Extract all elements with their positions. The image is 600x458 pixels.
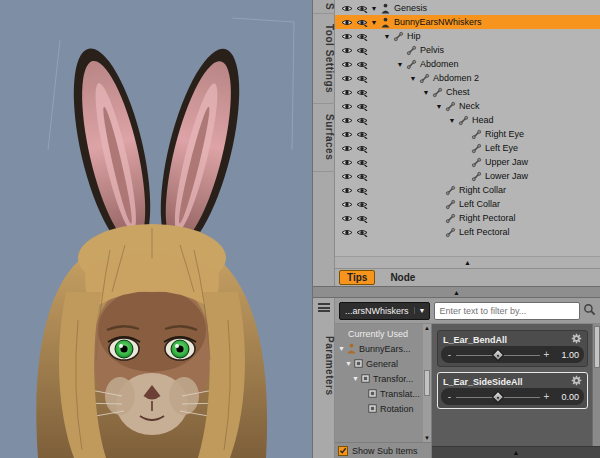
selectable-eye-icon[interactable] (354, 4, 369, 13)
scene-tree-row[interactable]: Lower Jaw (335, 169, 600, 183)
filter-input[interactable] (434, 302, 580, 320)
visibility-eye-icon[interactable] (339, 4, 354, 13)
visibility-eye-icon[interactable] (339, 60, 354, 69)
selectable-eye-icon[interactable] (354, 116, 369, 125)
gear-icon[interactable] (571, 375, 582, 388)
expander-arrow-icon[interactable]: ▼ (369, 19, 379, 26)
parameter-group-row[interactable]: Currently Used (335, 326, 431, 341)
slider-handle[interactable] (492, 348, 505, 361)
slider-handle[interactable] (492, 390, 505, 403)
selectable-eye-icon[interactable] (354, 88, 369, 97)
selectable-eye-icon[interactable] (354, 158, 369, 167)
expander-arrow-icon[interactable]: ▼ (337, 345, 346, 352)
visibility-eye-icon[interactable] (339, 116, 354, 125)
selectable-eye-icon[interactable] (354, 228, 369, 237)
selectable-eye-icon[interactable] (354, 200, 369, 209)
pane-tab-scene[interactable]: S (313, 0, 335, 14)
sliders-scroll-up-strip[interactable]: ▲ (432, 446, 600, 458)
panel-splitter[interactable]: ▲ (313, 286, 600, 298)
pane-tab-surfaces[interactable]: Surfaces (313, 104, 335, 171)
visibility-eye-icon[interactable] (339, 130, 354, 139)
slider-track[interactable] (456, 388, 540, 405)
search-icon[interactable] (583, 303, 596, 318)
slider-bar[interactable]: -+1.00 (441, 346, 584, 363)
parameter-slider-block[interactable]: L_Ear_SideSideAll-+0.00 (437, 372, 588, 409)
parameter-value[interactable]: 0.00 (553, 392, 579, 402)
expander-arrow-icon[interactable]: ▼ (421, 89, 431, 96)
node-selector-dropdown[interactable]: ...arsNWhiskers ▼ (339, 302, 430, 320)
visibility-eye-icon[interactable] (339, 102, 354, 111)
visibility-eye-icon[interactable] (339, 186, 354, 195)
gear-icon[interactable] (571, 333, 582, 346)
sliders-scrollbar[interactable] (592, 324, 600, 446)
slider-track[interactable] (456, 346, 540, 363)
expander-arrow-icon[interactable]: ▼ (434, 103, 444, 110)
scene-tree-row[interactable]: ▼Abdomen 2 (335, 71, 600, 85)
selectable-eye-icon[interactable] (354, 214, 369, 223)
tree-scroll-up-strip[interactable]: ▲ (335, 256, 600, 268)
scrollbar-thumb[interactable] (594, 326, 600, 368)
tab-parameters[interactable]: Parameters (313, 326, 335, 405)
visibility-eye-icon[interactable] (339, 46, 354, 55)
scene-tree-row[interactable]: ▼Hip (335, 29, 600, 43)
parameter-group-row[interactable]: ▼Transfor... (335, 371, 431, 386)
scroll-up-icon[interactable]: ▲ (424, 325, 430, 331)
decrement-button[interactable]: - (446, 349, 453, 360)
scene-tree-row[interactable]: ▼Head (335, 113, 600, 127)
scene-tree-row[interactable]: ▼Genesis (335, 1, 600, 15)
selectable-eye-icon[interactable] (354, 32, 369, 41)
show-sub-items-checkbox[interactable] (338, 446, 348, 456)
slider-bar[interactable]: -+0.00 (441, 388, 584, 405)
expander-arrow-icon[interactable]: ▼ (344, 360, 353, 367)
expander-arrow-icon[interactable]: ▼ (382, 33, 392, 40)
parameter-group-row[interactable]: ▼General (335, 356, 431, 371)
expander-arrow-icon[interactable]: ▼ (369, 5, 379, 12)
scene-tree-row[interactable]: ▼BunnyEarsNWhiskers (335, 15, 600, 29)
parameter-group-row[interactable]: Translat... (335, 386, 431, 401)
visibility-eye-icon[interactable] (339, 88, 354, 97)
pane-menu-icon[interactable] (318, 303, 330, 312)
expander-arrow-icon[interactable]: ▼ (447, 117, 457, 124)
parameter-group-row[interactable]: Rotation (335, 401, 431, 416)
selectable-eye-icon[interactable] (354, 60, 369, 69)
decrement-button[interactable]: - (446, 391, 453, 402)
viewport-3d[interactable] (0, 0, 312, 458)
increment-button[interactable]: + (543, 391, 550, 402)
selectable-eye-icon[interactable] (354, 102, 369, 111)
bottom-tab-tips[interactable]: Tips (339, 270, 375, 285)
selectable-eye-icon[interactable] (354, 172, 369, 181)
visibility-eye-icon[interactable] (339, 172, 354, 181)
visibility-eye-icon[interactable] (339, 18, 354, 27)
scene-tree-row[interactable]: Left Collar (335, 197, 600, 211)
visibility-eye-icon[interactable] (339, 144, 354, 153)
scene-tree-row[interactable]: Left Pectoral (335, 225, 600, 239)
expander-arrow-icon[interactable]: ▼ (408, 75, 418, 82)
expander-arrow-icon[interactable]: ▼ (351, 375, 360, 382)
pane-tab-tool-settings[interactable]: Tool Settings (313, 14, 335, 104)
parameter-value[interactable]: 1.00 (553, 350, 579, 360)
increment-button[interactable]: + (543, 349, 550, 360)
selectable-eye-icon[interactable] (354, 74, 369, 83)
visibility-eye-icon[interactable] (339, 200, 354, 209)
scrollbar-thumb[interactable] (424, 370, 430, 396)
scene-tree-row[interactable]: ▼Abdomen (335, 57, 600, 71)
scene-tree-row[interactable]: Pelvis (335, 43, 600, 57)
parameter-group-row[interactable]: ▼BunnyEars... (335, 341, 431, 356)
scene-tree-row[interactable]: Left Eye (335, 141, 600, 155)
scene-tree-row[interactable]: Upper Jaw (335, 155, 600, 169)
scene-tree-row[interactable]: Right Pectoral (335, 211, 600, 225)
selectable-eye-icon[interactable] (354, 186, 369, 195)
selectable-eye-icon[interactable] (354, 18, 369, 27)
selectable-eye-icon[interactable] (354, 46, 369, 55)
selectable-eye-icon[interactable] (354, 130, 369, 139)
visibility-eye-icon[interactable] (339, 74, 354, 83)
scroll-down-icon[interactable]: ▼ (424, 435, 430, 441)
scene-tree-row[interactable]: ▼Chest (335, 85, 600, 99)
visibility-eye-icon[interactable] (339, 214, 354, 223)
groups-scrollbar[interactable]: ▲ ▼ (423, 324, 431, 442)
selectable-eye-icon[interactable] (354, 144, 369, 153)
scene-tree-row[interactable]: Right Collar (335, 183, 600, 197)
expander-arrow-icon[interactable]: ▼ (395, 61, 405, 68)
bottom-tab-node[interactable]: Node (383, 271, 422, 284)
scene-tree-row[interactable]: ▼Neck (335, 99, 600, 113)
